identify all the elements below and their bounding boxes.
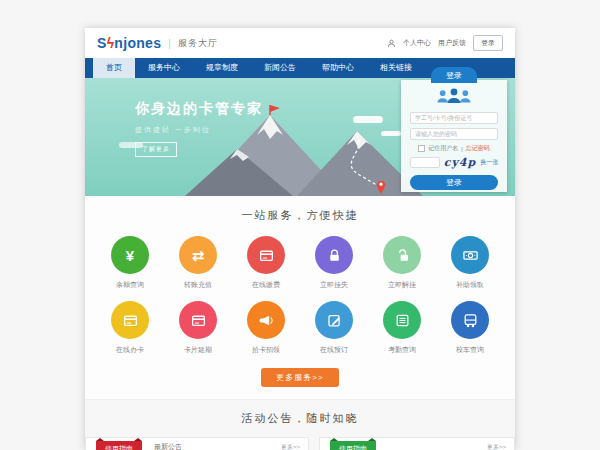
transfer-arrows-icon: ⇄ <box>192 248 205 263</box>
announcements-title: 活动公告，随时知晓 <box>85 411 515 426</box>
card-icon <box>190 312 207 329</box>
service-item-apply-card[interactable]: 在线办卡 <box>96 301 164 355</box>
password-input[interactable] <box>410 128 498 140</box>
logo-text-njones: njones <box>114 35 161 51</box>
unlock-icon <box>394 247 411 264</box>
nav-item-home[interactable]: 首页 <box>93 58 135 78</box>
site-header: Sϟnjones | 服务大厅 个人中心 用户反馈 登录 <box>85 28 515 58</box>
service-label: 余额查询 <box>96 280 164 290</box>
login-submit-button[interactable]: 登录 <box>410 175 498 190</box>
announcement-panels: 使用指南 最新公告 更多>> 使用指南 更多>> <box>85 437 515 450</box>
service-circle <box>383 236 421 274</box>
nav-item-news[interactable]: 新闻公告 <box>251 58 309 78</box>
banner-subtitle: 提供捷径 一步到位 <box>135 125 263 135</box>
header-right: 个人中心 用户反馈 登录 <box>387 35 503 51</box>
service-item-transfer[interactable]: ⇄ 转账充值 <box>164 236 232 290</box>
service-item-balance[interactable]: ¥ 余额查询 <box>96 236 164 290</box>
service-circle: ¥ <box>111 236 149 274</box>
link-user-feedback[interactable]: 用户反馈 <box>438 38 466 48</box>
forgot-password-link[interactable]: 忘记密码 <box>466 144 490 153</box>
logo[interactable]: Sϟnjones <box>97 35 161 51</box>
edit-icon <box>326 312 343 329</box>
service-circle <box>451 301 489 339</box>
guide-news-panel: 使用指南 最新公告 更多>> <box>85 437 309 450</box>
banner-copy: 你身边的卡管专家 提供捷径 一步到位 了解更多 <box>135 100 263 157</box>
service-item-school-bus[interactable]: 校车查询 <box>436 301 504 355</box>
captcha-refresh-link[interactable]: 换一张 <box>480 158 498 167</box>
service-circle <box>451 236 489 274</box>
captcha-row: cy4p 换一张 <box>401 156 507 169</box>
card-icon <box>258 247 275 264</box>
panel-header: 使用指南 更多>> <box>320 438 514 450</box>
service-circle <box>179 301 217 339</box>
service-label: 在线缴费 <box>232 280 300 290</box>
card-icon <box>122 312 139 329</box>
service-label: 转账充值 <box>164 280 232 290</box>
login-tab[interactable]: 登录 <box>431 67 477 83</box>
logo-text-s: S <box>97 35 107 51</box>
webpage: Sϟnjones | 服务大厅 个人中心 用户反馈 登录 首页 服务中心 规章制… <box>85 28 515 450</box>
service-item-attendance[interactable]: 考勤查询 <box>368 301 436 355</box>
header-divider: | <box>168 38 171 49</box>
service-item-lost-found[interactable]: 拾卡招领 <box>232 301 300 355</box>
nav-item-rules[interactable]: 规章制度 <box>193 58 251 78</box>
users-icon <box>433 87 475 104</box>
link-personal-center[interactable]: 个人中心 <box>403 38 431 48</box>
service-label: 拾卡招领 <box>232 345 300 355</box>
person-icon <box>387 39 396 48</box>
service-circle <box>247 236 285 274</box>
tab-user-guide[interactable]: 使用指南 <box>96 441 142 450</box>
remember-label: 记住用户名 <box>428 144 458 153</box>
service-label: 考勤查询 <box>368 345 436 355</box>
services-title: 一站服务，方便快捷 <box>85 208 515 223</box>
service-item-subsidy[interactable]: 补助领取 <box>436 236 504 290</box>
lock-icon <box>326 247 343 264</box>
service-item-online-booking[interactable]: 在线预订 <box>300 301 368 355</box>
announcements-section: 活动公告，随时知晓 使用指南 最新公告 更多>> 使用指南 更多>> <box>85 399 515 450</box>
service-circle <box>315 301 353 339</box>
megaphone-icon <box>258 312 275 329</box>
remember-row: 记住用户名 | 忘记密码 <box>401 144 507 153</box>
service-label: 校车查询 <box>436 345 504 355</box>
yen-icon: ¥ <box>126 248 134 263</box>
tab-latest-news[interactable]: 最新公告 <box>154 442 182 450</box>
captcha-input[interactable] <box>410 157 440 168</box>
more-link[interactable]: 更多>> <box>281 443 300 450</box>
banknote-icon <box>462 247 479 264</box>
service-item-unfreeze[interactable]: 立即解挂 <box>368 236 436 290</box>
service-label: 在线预订 <box>300 345 368 355</box>
service-circle <box>111 301 149 339</box>
nav-item-links[interactable]: 相关链接 <box>367 58 425 78</box>
services-grid: ¥ 余额查询 ⇄ 转账充值 在线缴费 <box>96 236 504 355</box>
service-label: 补助领取 <box>436 280 504 290</box>
nav-item-service-center[interactable]: 服务中心 <box>135 58 193 78</box>
service-circle: ⇄ <box>179 236 217 274</box>
list-icon <box>394 312 411 329</box>
service-circle <box>247 301 285 339</box>
bus-icon <box>462 312 479 329</box>
banner-cta-button[interactable]: 了解更多 <box>135 142 177 157</box>
header-login-button[interactable]: 登录 <box>473 35 503 51</box>
site-name: 服务大厅 <box>178 37 218 50</box>
username-input[interactable] <box>410 112 498 124</box>
service-label: 卡片延期 <box>164 345 232 355</box>
header-left: Sϟnjones | 服务大厅 <box>97 35 218 51</box>
service-circle <box>315 236 353 274</box>
service-item-report-loss[interactable]: 立即挂失 <box>300 236 368 290</box>
banner-headline: 你身边的卡管专家 <box>135 100 263 118</box>
service-label: 立即挂失 <box>300 280 368 290</box>
more-link[interactable]: 更多>> <box>487 443 506 450</box>
service-circle <box>383 301 421 339</box>
tab-user-guide[interactable]: 使用指南 <box>330 441 376 450</box>
service-item-card-extension[interactable]: 卡片延期 <box>164 301 232 355</box>
nav-item-help[interactable]: 帮助中心 <box>309 58 367 78</box>
captcha-image[interactable]: cy4p <box>444 156 476 169</box>
more-services-button[interactable]: 更多服务>> <box>261 368 338 387</box>
service-item-online-payment[interactable]: 在线缴费 <box>232 236 300 290</box>
guide-panel: 使用指南 更多>> <box>319 437 515 450</box>
services-section: 一站服务，方便快捷 ¥ 余额查询 ⇄ 转账充值 <box>85 196 515 399</box>
separator: | <box>461 146 463 152</box>
login-panel: 登录 记住用户名 | 忘记密码 cy4p 换一张 登录 <box>401 80 507 192</box>
panel-header: 使用指南 最新公告 更多>> <box>86 438 308 450</box>
remember-checkbox[interactable] <box>418 145 425 152</box>
